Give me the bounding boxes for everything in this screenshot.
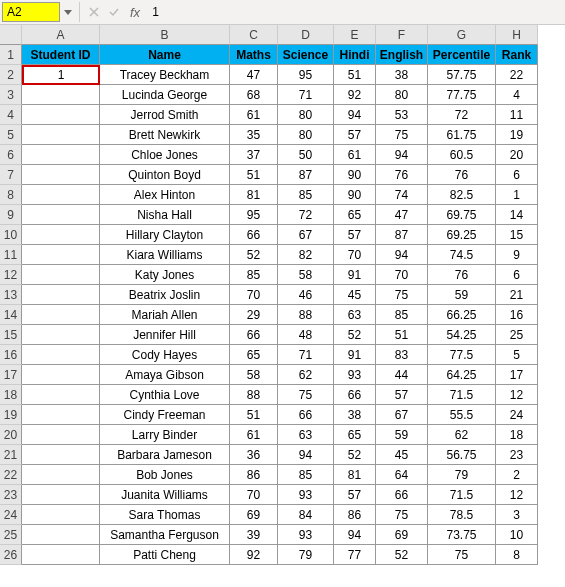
cell-rank[interactable]: 5 xyxy=(496,345,538,365)
cell-percentile[interactable]: 75 xyxy=(428,545,496,565)
cell-percentile[interactable]: 69.75 xyxy=(428,205,496,225)
cell-student-id[interactable] xyxy=(22,325,100,345)
cell-english[interactable]: 47 xyxy=(376,205,428,225)
cell-english[interactable]: 85 xyxy=(376,305,428,325)
row-header-3[interactable]: 3 xyxy=(0,85,22,105)
cell-name[interactable]: Larry Binder xyxy=(100,425,230,445)
row-header-23[interactable]: 23 xyxy=(0,485,22,505)
cell-name[interactable]: Jerrod Smith xyxy=(100,105,230,125)
cell-rank[interactable]: 16 xyxy=(496,305,538,325)
row-header-18[interactable]: 18 xyxy=(0,385,22,405)
cell-hindi[interactable]: 66 xyxy=(334,385,376,405)
cell-english[interactable]: 75 xyxy=(376,285,428,305)
cell-maths[interactable]: 66 xyxy=(230,325,278,345)
cancel-icon[interactable] xyxy=(84,2,104,22)
cell-student-id[interactable] xyxy=(22,285,100,305)
select-all-corner[interactable] xyxy=(0,25,22,45)
cell-name[interactable]: Nisha Hall xyxy=(100,205,230,225)
cell-rank[interactable]: 6 xyxy=(496,165,538,185)
cell-rank[interactable]: 21 xyxy=(496,285,538,305)
cell-hindi[interactable]: 57 xyxy=(334,125,376,145)
cell-percentile[interactable]: 79 xyxy=(428,465,496,485)
cell-name[interactable]: Sara Thomas xyxy=(100,505,230,525)
cell-name[interactable]: Cindy Freeman xyxy=(100,405,230,425)
cell-student-id[interactable] xyxy=(22,145,100,165)
cell-science[interactable]: 94 xyxy=(278,445,334,465)
cell-name[interactable]: Cody Hayes xyxy=(100,345,230,365)
cell-science[interactable]: 72 xyxy=(278,205,334,225)
cell-maths[interactable]: 68 xyxy=(230,85,278,105)
cell-maths[interactable]: 85 xyxy=(230,265,278,285)
cell-name[interactable]: Alex Hinton xyxy=(100,185,230,205)
column-header-A[interactable]: A xyxy=(22,25,100,45)
cell-rank[interactable]: 9 xyxy=(496,245,538,265)
cell-rank[interactable]: 2 xyxy=(496,465,538,485)
cell-english[interactable]: 44 xyxy=(376,365,428,385)
cell-maths[interactable]: 35 xyxy=(230,125,278,145)
cell-english[interactable]: 94 xyxy=(376,145,428,165)
cell-name[interactable]: Kiara Williams xyxy=(100,245,230,265)
cell-maths[interactable]: 95 xyxy=(230,205,278,225)
cell-rank[interactable]: 25 xyxy=(496,325,538,345)
row-header-20[interactable]: 20 xyxy=(0,425,22,445)
cell-rank[interactable]: 20 xyxy=(496,145,538,165)
cell-name[interactable]: Juanita Williams xyxy=(100,485,230,505)
cell-maths[interactable]: 61 xyxy=(230,105,278,125)
cell-hindi[interactable]: 65 xyxy=(334,205,376,225)
cell-percentile[interactable]: 72 xyxy=(428,105,496,125)
cell-science[interactable]: 93 xyxy=(278,525,334,545)
cell-percentile[interactable]: 55.5 xyxy=(428,405,496,425)
cell-science[interactable]: 82 xyxy=(278,245,334,265)
cell-rank[interactable]: 24 xyxy=(496,405,538,425)
cell-percentile[interactable]: 66.25 xyxy=(428,305,496,325)
cell-english[interactable]: 64 xyxy=(376,465,428,485)
cell-maths[interactable]: 88 xyxy=(230,385,278,405)
name-box[interactable]: A2 xyxy=(2,2,60,22)
cell-english[interactable]: 59 xyxy=(376,425,428,445)
cell-student-id[interactable] xyxy=(22,405,100,425)
cell-student-id[interactable] xyxy=(22,265,100,285)
cell-name[interactable]: Lucinda George xyxy=(100,85,230,105)
cell-maths[interactable]: 51 xyxy=(230,165,278,185)
cell-hindi[interactable]: 90 xyxy=(334,185,376,205)
header-percentile[interactable]: Percentile xyxy=(428,45,496,65)
cell-hindi[interactable]: 93 xyxy=(334,365,376,385)
cell-name[interactable]: Beatrix Joslin xyxy=(100,285,230,305)
cell-hindi[interactable]: 65 xyxy=(334,425,376,445)
cell-rank[interactable]: 6 xyxy=(496,265,538,285)
cell-student-id[interactable] xyxy=(22,245,100,265)
cell-student-id[interactable] xyxy=(22,85,100,105)
column-header-H[interactable]: H xyxy=(496,25,538,45)
cell-maths[interactable]: 51 xyxy=(230,405,278,425)
cell-maths[interactable]: 65 xyxy=(230,345,278,365)
cell-percentile[interactable]: 82.5 xyxy=(428,185,496,205)
cell-student-id[interactable] xyxy=(22,465,100,485)
cell-percentile[interactable]: 60.5 xyxy=(428,145,496,165)
cell-rank[interactable]: 19 xyxy=(496,125,538,145)
cell-name[interactable]: Bob Jones xyxy=(100,465,230,485)
cell-name[interactable]: Mariah Allen xyxy=(100,305,230,325)
cell-student-id[interactable] xyxy=(22,165,100,185)
cell-name[interactable]: Chloe Jones xyxy=(100,145,230,165)
cell-student-id[interactable] xyxy=(22,385,100,405)
cell-student-id[interactable] xyxy=(22,305,100,325)
cell-maths[interactable]: 36 xyxy=(230,445,278,465)
cell-rank[interactable]: 8 xyxy=(496,545,538,565)
row-header-14[interactable]: 14 xyxy=(0,305,22,325)
cell-science[interactable]: 80 xyxy=(278,125,334,145)
cell-maths[interactable]: 52 xyxy=(230,245,278,265)
cell-percentile[interactable]: 76 xyxy=(428,265,496,285)
cell-percentile[interactable]: 56.75 xyxy=(428,445,496,465)
cell-science[interactable]: 58 xyxy=(278,265,334,285)
cell-rank[interactable]: 14 xyxy=(496,205,538,225)
cell-science[interactable]: 63 xyxy=(278,425,334,445)
cell-maths[interactable]: 70 xyxy=(230,285,278,305)
cell-name[interactable]: Barbara Jameson xyxy=(100,445,230,465)
cell-hindi[interactable]: 81 xyxy=(334,465,376,485)
cell-hindi[interactable]: 70 xyxy=(334,245,376,265)
cell-percentile[interactable]: 71.5 xyxy=(428,485,496,505)
cell-hindi[interactable]: 92 xyxy=(334,85,376,105)
row-header-21[interactable]: 21 xyxy=(0,445,22,465)
cell-rank[interactable]: 23 xyxy=(496,445,538,465)
cell-percentile[interactable]: 74.5 xyxy=(428,245,496,265)
